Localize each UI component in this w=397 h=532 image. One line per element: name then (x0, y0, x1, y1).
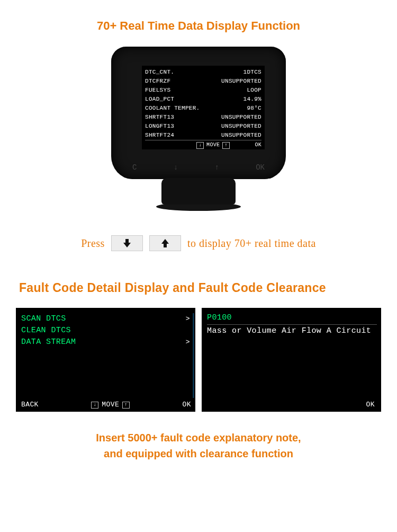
arrow-up-icon: ↑ (122, 402, 130, 409)
menu-item-stream[interactable]: DATA STREAM > (21, 336, 191, 348)
data-row: SHRTFT24 UNSUPPORTED (145, 131, 261, 140)
up-button[interactable] (149, 235, 181, 251)
data-row: FUELSYS LOOP (145, 86, 261, 95)
chevron-right-icon: > (186, 336, 191, 348)
hw-up-button: ↑ (214, 163, 219, 172)
two-panels: SCAN DTCS > CLEAN DTCS DATA STREAM > BAC… (0, 308, 397, 412)
device-stand (161, 178, 236, 205)
press-row: Press to display 70+ real time data (0, 235, 397, 251)
heading-faultcode: Fault Code Detail Display and Fault Code… (0, 251, 397, 308)
screen-footer: ↓ MOVE ↑ OK (145, 140, 261, 149)
ok-label[interactable]: OK (183, 400, 191, 410)
data-label: COOLANT TEMPER. (145, 104, 200, 113)
move-label: MOVE (102, 400, 119, 410)
menu-item-scan[interactable]: SCAN DTCS > (21, 313, 191, 325)
fault-code: P0100 (207, 313, 377, 325)
hw-down-button: ↓ (174, 163, 178, 172)
ok-label[interactable]: OK (366, 400, 375, 410)
footnote-line2: and equipped with clearance function (32, 446, 365, 462)
data-label: FUELSYS (145, 86, 170, 95)
data-row: DTCFRZF UNSUPPORTED (145, 77, 261, 86)
arrow-down-icon (123, 239, 131, 247)
data-value: UNSUPPORTED (221, 77, 261, 86)
menu-label: CLEAN DTCS (21, 325, 71, 336)
svg-marker-0 (123, 239, 131, 247)
data-label: LONGFT13 (145, 122, 174, 131)
menu-label: SCAN DTCS (21, 313, 66, 325)
hw-ok-button: OK (256, 163, 265, 172)
data-value: UNSUPPORTED (221, 113, 261, 122)
data-value: UNSUPPORTED (221, 131, 261, 140)
data-row: LONGFT13 UNSUPPORTED (145, 122, 261, 131)
svg-marker-1 (161, 239, 169, 247)
data-value: 14.9% (243, 95, 261, 104)
back-label[interactable]: BACK (21, 400, 39, 410)
panel-footer: OK (207, 400, 377, 410)
data-label: LOAD_PCT (145, 95, 174, 104)
ok-label: OK (255, 141, 261, 149)
move-label: MOVE (206, 141, 220, 149)
device-body: DTC_CNT. 1DTCS DTCFRZF UNSUPPORTED FUELS… (111, 47, 286, 179)
data-label: SHRTFT24 (145, 131, 174, 140)
data-value: 98°C (247, 104, 261, 113)
arrow-down-icon: ↓ (196, 142, 204, 149)
data-row: SHRTFT13 UNSUPPORTED (145, 113, 261, 122)
data-value: 1DTCS (243, 68, 261, 77)
scrollbar[interactable] (193, 313, 194, 398)
fault-desc: Mass or Volume Air Flow A Circuit (207, 326, 377, 336)
heading-realtime: 70+ Real Time Data Display Function (0, 0, 397, 43)
data-row: COOLANT TEMPER. 98°C (145, 104, 261, 113)
press-tail: to display 70+ real time data (187, 237, 316, 250)
data-label: SHRTFT13 (145, 113, 174, 122)
data-label: DTCFRZF (145, 77, 170, 86)
data-row: DTC_CNT. 1DTCS (145, 68, 261, 77)
data-label: DTC_CNT. (145, 68, 174, 77)
press-label: Press (81, 237, 105, 250)
panel-detail: P0100 Mass or Volume Air Flow A Circuit … (202, 308, 381, 412)
device-hw-buttons: C ↓ ↑ OK (132, 163, 265, 172)
panel-menu: SCAN DTCS > CLEAN DTCS DATA STREAM > BAC… (16, 308, 195, 412)
arrow-down-icon: ↓ (91, 402, 98, 409)
arrow-up-icon (161, 239, 169, 247)
data-value: LOOP (247, 86, 261, 95)
footnote-line1: Insert 5000+ fault code explanatory note… (32, 430, 365, 446)
hw-c-button: C (132, 163, 137, 172)
device-illustration: DTC_CNT. 1DTCS DTCFRZF UNSUPPORTED FUELS… (0, 43, 397, 211)
footnote: Insert 5000+ fault code explanatory note… (0, 412, 397, 462)
panel-footer: BACK ↓ MOVE ↑ OK (21, 400, 191, 410)
device-screen: DTC_CNT. 1DTCS DTCFRZF UNSUPPORTED FUELS… (142, 66, 265, 149)
chevron-right-icon: > (186, 313, 191, 325)
data-row: LOAD_PCT 14.9% (145, 95, 261, 104)
menu-item-clean[interactable]: CLEAN DTCS (21, 325, 191, 336)
data-table: DTC_CNT. 1DTCS DTCFRZF UNSUPPORTED FUELS… (145, 68, 261, 140)
data-value: UNSUPPORTED (221, 122, 261, 131)
down-button[interactable] (111, 235, 143, 251)
menu-label: DATA STREAM (21, 336, 76, 348)
arrow-up-icon: ↑ (222, 142, 230, 149)
